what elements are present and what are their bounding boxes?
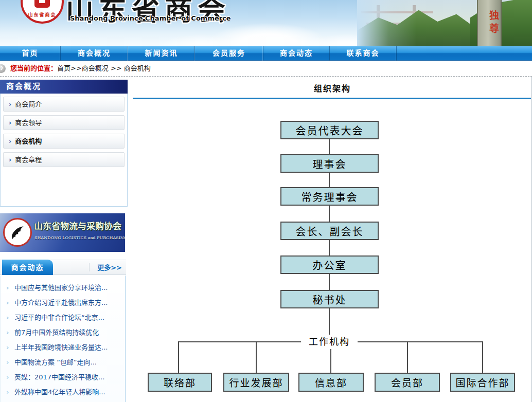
site-title-english: Shandong Province Chamber of Commerce: [70, 14, 231, 22]
news-item[interactable]: 前7月中国外贸结构持续优化: [1, 325, 125, 340]
chevron-right-icon: ›: [9, 119, 11, 126]
news-item[interactable]: 中国物流方案 “包邮”走向...: [1, 355, 125, 370]
mountain-photo: 独尊: [357, 0, 532, 46]
chevron-right-icon: ›: [9, 156, 11, 163]
nav-item-home[interactable]: 首页: [0, 46, 61, 61]
org-node-membership-dept: 会员部: [375, 373, 440, 392]
page-title: 组织架构: [133, 82, 532, 95]
connector-line: [329, 173, 330, 187]
association-title: 山东省物流与采购协会: [34, 219, 125, 232]
sidebar-item-label: 商会领导: [15, 119, 42, 126]
sidebar-title: 商会概况: [0, 80, 128, 94]
connector-line: [407, 341, 408, 373]
connector-line: [178, 341, 179, 373]
sidebar-menu: ›商会简介 ›商会领导 ›商会机构 ›商会章程: [0, 94, 128, 207]
news-header: 商会动态 更多>>: [0, 260, 126, 275]
connector-line: [329, 240, 330, 255]
breadcrumb-label: 您当前的位置：: [10, 64, 57, 72]
chevron-right-icon: ›: [9, 100, 11, 108]
photo-fade-overlay: [357, 0, 532, 46]
news-item[interactable]: 中国应与其他国家分享环境治...: [1, 280, 125, 295]
org-chart: 会员代表大会 理事会 常务理事会 会长、副会长 办公室 秘书处 工作机构 联络部…: [133, 100, 532, 402]
seal-ring-text: 山东省商会: [23, 11, 62, 18]
news-section-title: 商会动态: [2, 260, 53, 275]
sidebar-item-label: 商会章程: [15, 156, 42, 163]
connector-line: [482, 341, 483, 373]
org-node-liaison-dept: 联络部: [148, 373, 212, 392]
sidebar-item-organization[interactable]: ›商会机构: [3, 134, 125, 149]
site-header: 独尊 山东省商会 山东省商会 Shandong Province Chamber…: [0, 0, 532, 46]
title-underline: [133, 98, 532, 99]
news-item[interactable]: 中方介绍习近平赴俄出席东方...: [1, 295, 125, 310]
org-node-secretariat: 秘书处: [280, 290, 379, 308]
chamber-seal-logo: 山东省商会: [21, 0, 64, 24]
page: 独尊 山东省商会 山东省商会 Shandong Province Chamber…: [0, 0, 532, 402]
chevron-right-icon: ›: [9, 137, 11, 145]
nav-item-news[interactable]: 新闻资讯: [128, 46, 195, 61]
sidebar-item-charter[interactable]: ›商会章程: [3, 152, 125, 167]
location-arrow-icon: [0, 64, 6, 73]
nav-item-activities[interactable]: 商会动态: [263, 46, 330, 61]
nav-item-contact[interactable]: 联系商会: [330, 46, 397, 61]
news-panel: 中国应与其他国家分享环境治... 中方介绍习近平赴俄出席东方... 习近平的中非…: [0, 276, 126, 402]
connector-line: [256, 341, 257, 373]
org-group-label: 工作机构: [301, 335, 358, 349]
breadcrumb-bar: 您当前的位置：首页>>商会概况 >> 商会机构: [0, 61, 532, 77]
nav-filler: [397, 46, 532, 60]
org-node-standing-council: 常务理事会: [280, 187, 379, 206]
association-subtitle: SHANDONG LOGISTICS and PURCHASING ASSOCI…: [34, 235, 125, 240]
org-node-member-congress: 会员代表大会: [280, 121, 379, 139]
sidebar-item-intro[interactable]: ›商会简介: [3, 97, 125, 112]
news-item[interactable]: 上半年我国跨境快递业务量达...: [1, 340, 125, 355]
org-node-information-dept: 信息部: [298, 373, 364, 392]
news-item[interactable]: 外媒称中国4亿年轻人将影响...: [1, 385, 125, 399]
eagle-silhouette: [9, 224, 26, 241]
org-node-council: 理事会: [280, 154, 379, 173]
sidebar-item-label: 商会简介: [15, 100, 42, 108]
coin-icon: [34, 0, 50, 8]
news-item[interactable]: 习近平的中非合作论坛“北京...: [1, 310, 125, 325]
nav-item-member-services[interactable]: 会员服务: [195, 46, 263, 61]
connector-line: [330, 348, 331, 373]
org-node-office: 办公室: [280, 255, 379, 274]
main-nav: 首页 商会概况 新闻资讯 会员服务 商会动态 联系商会: [0, 46, 532, 61]
header-divider: [89, 263, 90, 271]
sidebar-item-label: 商会机构: [15, 137, 42, 145]
coin-hole: [39, 0, 45, 3]
org-node-president: 会长、副会长: [280, 222, 379, 240]
connector-line: [329, 274, 330, 290]
breadcrumb: 您当前的位置：首页>>商会概况 >> 商会机构: [10, 61, 151, 76]
connector-line: [329, 139, 330, 154]
association-eagle-logo-icon: [3, 218, 32, 247]
org-node-industry-dev-dept: 行业发展部: [223, 373, 289, 392]
news-item[interactable]: 英媒：2017中国经济平稳收...: [1, 370, 125, 385]
connector-line: [329, 206, 330, 222]
connector-line: [329, 308, 330, 336]
breadcrumb-path[interactable]: 首页>>商会概况 >> 商会机构: [57, 64, 151, 72]
news-list: 中国应与其他国家分享环境治... 中方介绍习近平赴俄出席东方... 习近平的中非…: [1, 280, 125, 399]
sidebar-item-leaders[interactable]: ›商会领导: [3, 115, 125, 130]
more-link[interactable]: 更多>>: [97, 260, 122, 275]
org-node-intl-coop-dept: 国际合作部: [450, 373, 515, 392]
nav-item-overview[interactable]: 商会概况: [61, 46, 128, 61]
association-banner[interactable]: 山东省物流与采购协会 SHANDONG LOGISTICS and PURCHA…: [0, 213, 125, 252]
